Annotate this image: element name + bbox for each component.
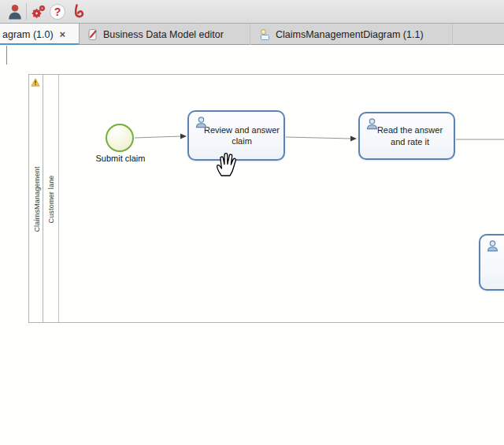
human-task-user-icon (365, 117, 379, 134)
user-profile-icon[interactable] (6, 2, 24, 21)
toolbar-separator (26, 3, 27, 20)
lane-name-label: Customer lane (47, 175, 55, 223)
diagram-file-icon (259, 28, 271, 41)
tab-business-data-model-editor[interactable]: Business Data Model editor (80, 24, 250, 45)
pool-name-band[interactable]: ClaimsManagement (29, 75, 43, 322)
tab-claims-diagram-1-1[interactable]: ClaimsManagementDiagram (1.1) (251, 24, 453, 45)
editor-tab-bar: agram (1.0) × Business Data Model editor… (0, 24, 504, 45)
tab-close-icon[interactable]: × (60, 29, 66, 39)
help-icon[interactable]: ? (48, 2, 67, 21)
warning-icon (31, 76, 40, 90)
application-window: ? agram (1.0) × Business Data Model edit… (0, 0, 504, 445)
main-toolbar: ? (0, 0, 504, 24)
human-task-user-icon (195, 116, 208, 132)
bdm-editor-icon (87, 28, 98, 41)
start-event-label: Submit claim (85, 154, 156, 163)
task-read-the-answer-and-rate-it[interactable]: Read the answer and rate it (358, 112, 455, 160)
task-label: Read the answer and rate it (371, 124, 450, 147)
lane-customer-band[interactable]: Customer lane (43, 75, 59, 322)
human-task-user-icon (486, 239, 499, 256)
bonita-logo-icon[interactable] (69, 2, 88, 21)
diagram-canvas[interactable]: ClaimsManagement Customer lane Submit cl… (0, 45, 504, 445)
help-question-glyph: ? (50, 4, 65, 20)
task-partial-right-edge[interactable] (479, 234, 504, 291)
tab-label: Business Data Model editor (103, 29, 224, 40)
canvas-left-edge (6, 46, 7, 65)
pool-name-label: ClaimsManagement (33, 166, 41, 232)
task-label: Review and answer claim (202, 124, 281, 147)
tab-label: ClaimsManagementDiagram (1.1) (276, 29, 424, 40)
task-review-and-answer-claim[interactable]: Review and answer claim (187, 110, 285, 161)
gears-icon[interactable] (29, 2, 48, 21)
tab-label: agram (1.0) (2, 29, 54, 40)
start-event-submit-claim[interactable] (106, 124, 134, 152)
tab-claims-diagram-1-0[interactable]: agram (1.0) × (0, 24, 80, 45)
